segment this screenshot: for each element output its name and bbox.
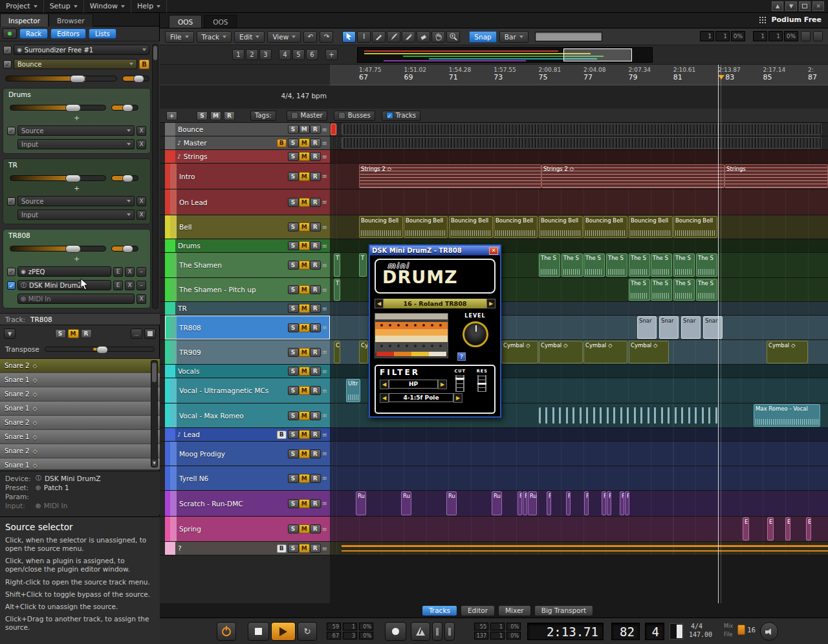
- record-arm-button[interactable]: R: [310, 474, 321, 483]
- track-name-cell[interactable]: SpringSMR≡: [165, 517, 330, 541]
- solo-button[interactable]: S: [288, 367, 299, 376]
- view-tab-editor[interactable]: Editor: [461, 605, 495, 616]
- clip[interactable]: Rur: [528, 491, 537, 515]
- track-menu-icon[interactable]: ≡: [321, 500, 330, 507]
- transpose-slider[interactable]: [45, 347, 155, 352]
- bounce-badge[interactable]: B: [277, 139, 287, 147]
- rack-scrollbar[interactable]: [152, 44, 158, 309]
- solo-button[interactable]: S: [55, 329, 66, 338]
- clip[interactable]: The S: [561, 253, 583, 277]
- slider-handle[interactable]: [133, 75, 144, 83]
- tool-pen-button[interactable]: [387, 31, 400, 43]
- clip[interactable]: The S: [696, 253, 717, 277]
- close-button[interactable]: ×: [812, 1, 824, 11]
- toolbar-mini-button[interactable]: [801, 31, 811, 41]
- tool-eraser-button[interactable]: [417, 31, 430, 43]
- clip[interactable]: Cymbal ◇: [583, 341, 627, 363]
- track-name-cell[interactable]: The Shamen - Pitch upSMR≡: [165, 278, 330, 301]
- clip[interactable]: C: [334, 341, 340, 363]
- add-device-button[interactable]: +: [24, 255, 129, 264]
- mute-button[interactable]: M: [299, 138, 310, 147]
- add-device-button[interactable]: +: [24, 114, 129, 123]
- loop-button[interactable]: ↻: [298, 622, 317, 641]
- mute-button[interactable]: M: [299, 172, 310, 181]
- source-selector[interactable]: Source: [17, 196, 135, 206]
- remove-button[interactable]: X: [136, 294, 146, 304]
- menu-help[interactable]: Help: [131, 0, 167, 13]
- clip[interactable]: [539, 407, 718, 424]
- track-menu-icon[interactable]: ≡: [321, 475, 330, 482]
- track-menu-icon[interactable]: ≡: [321, 173, 330, 180]
- clip[interactable]: F: [607, 491, 611, 515]
- overview-viewport[interactable]: [563, 48, 632, 61]
- record-arm-button[interactable]: R: [310, 544, 321, 553]
- track-dropdown-button[interactable]: ▼: [4, 328, 16, 339]
- scroll-down-button[interactable]: ▼: [785, 1, 797, 11]
- track-menu-icon[interactable]: ≡: [321, 545, 330, 552]
- bypass-checkbox[interactable]: ✓: [7, 127, 16, 135]
- scrollbar-thumb[interactable]: [152, 363, 157, 382]
- solo-button[interactable]: S: [288, 198, 299, 207]
- clip[interactable]: Bouncing Bell: [359, 216, 403, 238]
- tags-button[interactable]: Tags:: [250, 111, 276, 121]
- record-arm-button[interactable]: R: [310, 367, 321, 376]
- mute-button[interactable]: M: [299, 261, 310, 270]
- solo-button[interactable]: S: [288, 544, 299, 553]
- clip[interactable]: Bouncing Bell: [404, 216, 448, 238]
- mute-button[interactable]: M: [299, 449, 310, 458]
- edit-field[interactable]: [535, 32, 602, 41]
- clip[interactable]: E: [743, 517, 749, 541]
- mute-button[interactable]: M: [299, 125, 310, 134]
- track-display-button[interactable]: [144, 328, 156, 339]
- clip[interactable]: Max Romeo - Vocal: [754, 404, 820, 427]
- tool-ibeam-button[interactable]: I: [357, 31, 371, 43]
- record-arm-button[interactable]: R: [81, 329, 92, 338]
- clip[interactable]: Ru: [401, 491, 411, 515]
- clip[interactable]: [342, 137, 822, 149]
- slider-handle[interactable]: [70, 75, 85, 83]
- track-name-cell[interactable]: IntroSMR≡: [165, 164, 330, 189]
- clip[interactable]: F: [620, 491, 624, 515]
- mute-button[interactable]: M: [299, 304, 310, 313]
- remove-button[interactable]: X: [136, 197, 146, 206]
- slider-handle[interactable]: [122, 104, 133, 112]
- record-arm-button[interactable]: R: [310, 304, 321, 313]
- clip[interactable]: The S: [696, 279, 717, 301]
- tool-pencil-button[interactable]: [372, 31, 386, 43]
- panel-status-button[interactable]: [3, 28, 17, 39]
- clip[interactable]: F: [584, 491, 589, 515]
- track-name-cell[interactable]: BellSMR≡: [165, 215, 330, 239]
- track-name-cell[interactable]: Vocal - Max RomeoSMR≡: [165, 403, 330, 427]
- stop-button[interactable]: [248, 622, 269, 641]
- pole-next[interactable]: ▶: [453, 393, 463, 403]
- record-arm-button[interactable]: R: [310, 499, 321, 508]
- global-solo-button[interactable]: S: [197, 111, 208, 120]
- device-button-dsk-mini-drumz[interactable]: ⓘDSK Mini DrumZ: [17, 280, 111, 290]
- tempo-value[interactable]: 147.00: [689, 631, 712, 638]
- track-name-cell[interactable]: ♪MasterBSMR≡: [165, 136, 330, 149]
- mute-button[interactable]: M: [299, 323, 310, 332]
- arrangement-overview[interactable]: [357, 47, 653, 63]
- rack-button[interactable]: Rack: [19, 28, 48, 39]
- global-record-button[interactable]: R: [224, 111, 235, 120]
- clip[interactable]: Snar: [637, 316, 657, 339]
- remove-button[interactable]: X: [125, 267, 135, 277]
- level-knob[interactable]: [463, 321, 488, 347]
- track-name-cell[interactable]: Tyrell N6SMR≡: [165, 466, 330, 490]
- clip[interactable]: Snar: [681, 316, 701, 339]
- signature-label[interactable]: 4/4: [691, 623, 703, 630]
- track-menu-icon[interactable]: ≡: [321, 224, 330, 231]
- add-device-button[interactable]: +: [24, 184, 129, 193]
- clip[interactable]: Bouncing Bell: [449, 216, 493, 238]
- clip[interactable]: T: [359, 253, 367, 277]
- filter-mode-next[interactable]: ▶: [438, 380, 447, 389]
- track-name-cell[interactable]: ♪StringsSMR≡: [165, 150, 330, 163]
- patch-list-item[interactable]: Snare 1◇: [0, 430, 160, 444]
- patch-list-item[interactable]: Snare 1◇: [0, 402, 160, 416]
- record-arm-button[interactable]: R: [310, 172, 321, 181]
- record-arm-button[interactable]: R: [310, 222, 321, 231]
- clip[interactable]: The S: [606, 253, 627, 277]
- source-selector[interactable]: Source: [17, 125, 135, 136]
- display-mode-button[interactable]: [670, 623, 684, 639]
- solo-button[interactable]: S: [288, 285, 299, 294]
